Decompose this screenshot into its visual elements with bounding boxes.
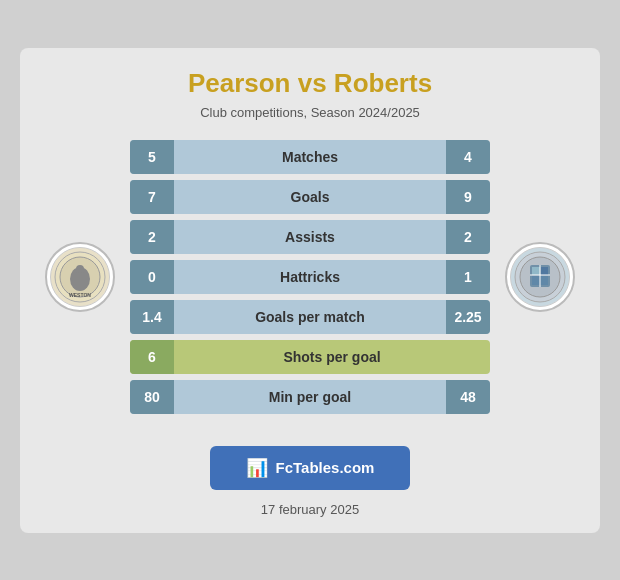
stat-label: Assists: [174, 229, 446, 245]
stat-value-left: 0: [130, 260, 174, 294]
stat-row: 1.4Goals per match2.25: [130, 300, 490, 334]
svg-text:WESTON: WESTON: [69, 292, 91, 298]
team-logo-left: WESTON: [40, 242, 120, 312]
fctables-icon: 📊: [246, 457, 268, 479]
date-label: 17 february 2025: [40, 502, 580, 517]
fctables-banner[interactable]: 📊 FcTables.com: [210, 446, 410, 490]
main-card: Pearson vs Roberts Club competitions, Se…: [20, 48, 600, 533]
svg-rect-9: [532, 267, 540, 275]
team-left-emblem: WESTON: [50, 247, 110, 307]
stat-label: Min per goal: [174, 389, 446, 405]
content-area: WESTON 5Matches47Goals92Assists20Hattric…: [40, 140, 580, 414]
stat-value-left: 2: [130, 220, 174, 254]
stat-value-right: 2: [446, 220, 490, 254]
stat-value-right: 9: [446, 180, 490, 214]
stat-value-left: 1.4: [130, 300, 174, 334]
stat-value-left: 80: [130, 380, 174, 414]
stat-row: 0Hattricks1: [130, 260, 490, 294]
stat-label: Goals: [174, 189, 446, 205]
stat-value-right: 1: [446, 260, 490, 294]
stat-label: Shots per goal: [174, 349, 490, 365]
stat-value-left: 7: [130, 180, 174, 214]
fctables-label: FcTables.com: [276, 459, 375, 476]
stat-row: 2Assists2: [130, 220, 490, 254]
page-title: Pearson vs Roberts: [40, 68, 580, 99]
stat-row: 7Goals9: [130, 180, 490, 214]
team-right-emblem: [510, 247, 570, 307]
page-subtitle: Club competitions, Season 2024/2025: [40, 105, 580, 120]
stat-value-right: 48: [446, 380, 490, 414]
stat-value-left: 6: [130, 340, 174, 374]
stat-value-left: 5: [130, 140, 174, 174]
stat-label: Goals per match: [174, 309, 446, 325]
stat-value-right: 2.25: [446, 300, 490, 334]
stat-label: Matches: [174, 149, 446, 165]
stat-row: 6Shots per goal: [130, 340, 490, 374]
stat-label: Hattricks: [174, 269, 446, 285]
stat-value-right: 4: [446, 140, 490, 174]
stat-row: 5Matches4: [130, 140, 490, 174]
svg-rect-10: [541, 267, 548, 275]
svg-point-4: [76, 265, 84, 273]
stats-area: 5Matches47Goals92Assists20Hattricks11.4G…: [130, 140, 490, 414]
stat-row: 80Min per goal48: [130, 380, 490, 414]
team-logo-right: [500, 242, 580, 312]
